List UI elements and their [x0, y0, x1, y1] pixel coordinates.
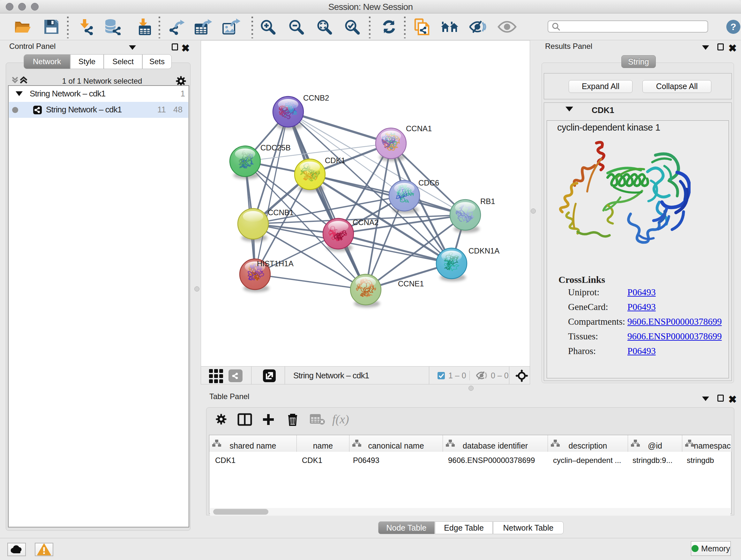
svg-text:CDC25B: CDC25B [260, 143, 291, 152]
svg-text:CCNA1: CCNA1 [406, 124, 432, 133]
svg-text:RB1: RB1 [480, 197, 495, 206]
svg-text:CCNE1: CCNE1 [398, 279, 424, 288]
svg-text:CCNA2: CCNA2 [353, 218, 379, 227]
svg-text:CDKN1A: CDKN1A [468, 246, 499, 255]
svg-text:CDC6: CDC6 [418, 179, 439, 187]
svg-text:CDK1: CDK1 [325, 156, 345, 165]
svg-text:HIST1H1A: HIST1H1A [257, 259, 293, 268]
svg-text:CCNB1: CCNB1 [268, 208, 293, 217]
svg-text:?: ? [731, 21, 736, 32]
svg-text:CCNB2: CCNB2 [303, 94, 329, 102]
